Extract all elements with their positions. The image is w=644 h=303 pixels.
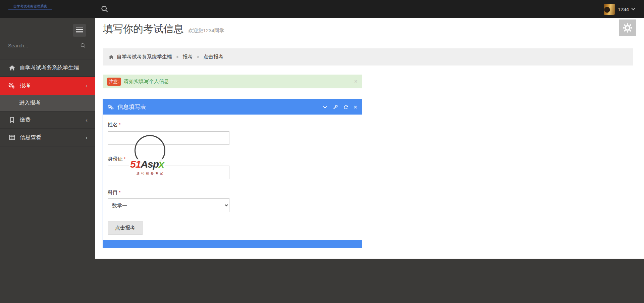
sidebar-item-label: 报考 (20, 82, 31, 89)
sidebar-item-home[interactable]: 自学考试考务系统学生端 (0, 59, 95, 77)
sidebar: 自学考试考务系统学生端 报考 ‹ 进入报考 缴费 ‹ 信息查看 ‹ (0, 18, 95, 259)
sidebar-item-jiaofei[interactable]: 缴费 ‹ (0, 112, 95, 129)
panel-title: 信息填写表 (117, 103, 146, 111)
sidebar-menu: 自学考试考务系统学生端 报考 ‹ 进入报考 缴费 ‹ 信息查看 ‹ (0, 59, 95, 146)
notice-alert: 注意: 请如实填写个人信息 × (103, 75, 362, 88)
home-icon (108, 54, 114, 60)
sidebar-search (8, 40, 86, 51)
cogs-icon (108, 104, 114, 111)
bookmark-icon (8, 117, 16, 123)
close-icon[interactable]: × (354, 104, 357, 110)
info-form-panel: 信息填写表 × 姓名* 身份证* 科目* 数学一 点击报考 (103, 99, 362, 248)
field-label-name: 姓名* (108, 122, 120, 128)
logo-underline (8, 9, 52, 10)
control-sidebar-button[interactable] (619, 19, 636, 36)
name-input[interactable] (108, 131, 229, 145)
field-label-idcard: 身份证* (108, 156, 125, 162)
close-icon[interactable]: × (354, 79, 358, 84)
wrench-icon[interactable] (333, 104, 338, 110)
sidebar-item-label: 自学考试考务系统学生端 (20, 64, 79, 72)
required-mark: * (119, 122, 120, 127)
panel-tools: × (322, 104, 357, 110)
required-mark: * (124, 156, 125, 162)
caret-down-icon (631, 6, 635, 10)
collapse-chevron-down-icon[interactable] (322, 104, 328, 110)
user-name: 1234 (618, 6, 629, 12)
field-label-subject: 科目* (108, 189, 120, 196)
top-navbar: 自学考试考务管理系统 1234 (0, 0, 644, 18)
user-avatar (604, 4, 615, 15)
submit-register-button[interactable]: 点击报考 (108, 221, 143, 235)
sidebar-subitem-enter-baokao[interactable]: 进入报考 (0, 95, 95, 112)
home-icon (8, 64, 16, 71)
sidebar-subitem-label: 进入报考 (19, 99, 41, 106)
sidebar-item-baokao[interactable]: 报考 ‹ (0, 77, 95, 95)
breadcrumb-current: 点击报考 (203, 54, 223, 60)
panel-body: 姓名* 身份证* 科目* 数学一 点击报考 (103, 115, 362, 240)
refresh-icon[interactable] (343, 104, 348, 110)
app-logo[interactable]: 自学考试考务管理系统 (8, 4, 52, 10)
sidebar-item-label: 信息查看 (20, 134, 41, 141)
sidebar-item-info-view[interactable]: 信息查看 ‹ (0, 129, 95, 146)
search-icon[interactable] (80, 43, 86, 48)
cogs-icon (8, 83, 16, 89)
required-mark: * (119, 190, 120, 195)
breadcrumb-separator: > (172, 54, 183, 59)
chevron-left-icon: ‹ (86, 117, 88, 123)
search-icon[interactable] (101, 5, 109, 13)
breadcrumb-level1[interactable]: 报考 (183, 54, 193, 60)
table-icon (8, 134, 16, 141)
idcard-input[interactable] (108, 166, 229, 179)
sidebar-search-input[interactable] (8, 43, 80, 48)
breadcrumb: 自学考试考务系统学生端 > 报考 > 点击报考 (103, 48, 633, 66)
content-area: 填写你的考试信息 欢迎您1234同学 自学考试考务系统学生端 > 报考 > 点击… (95, 18, 644, 259)
page-subtitle: 欢迎您1234同学 (188, 28, 224, 33)
page-title: 填写你的考试信息 (103, 23, 183, 34)
chevron-left-icon: ‹ (86, 135, 88, 140)
chevron-left-icon: ‹ (86, 83, 88, 89)
sidebar-item-label: 缴费 (20, 117, 31, 124)
breadcrumb-separator: > (193, 54, 204, 59)
app-logo-text: 自学考试考务管理系统 (8, 4, 52, 9)
sidebar-toggle-button[interactable] (73, 24, 86, 37)
panel-heading: 信息填写表 × (103, 99, 362, 115)
subject-select[interactable]: 数学一 (108, 198, 229, 212)
panel-footer (103, 240, 362, 248)
breadcrumb-home[interactable]: 自学考试考务系统学生端 (117, 54, 172, 60)
gear-icon (623, 23, 633, 33)
alert-badge: 注意: (107, 78, 121, 86)
hamburger-icon (76, 28, 83, 28)
page-header: 填写你的考试信息 欢迎您1234同学 (103, 22, 224, 36)
user-menu[interactable]: 1234 (604, 3, 635, 15)
alert-message: 请如实填写个人信息 (124, 78, 169, 85)
